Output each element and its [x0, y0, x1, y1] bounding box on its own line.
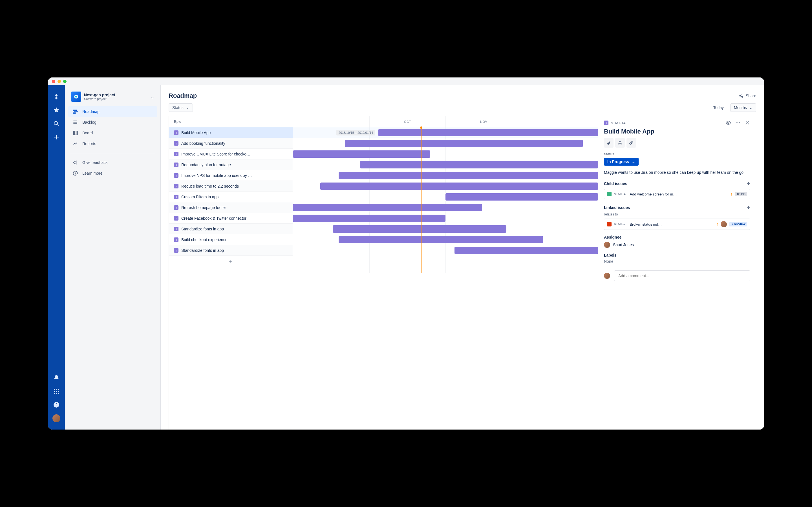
- roadmap-icon: [72, 108, 79, 115]
- window-titlebar: [48, 77, 764, 86]
- epic-bar[interactable]: [293, 204, 482, 211]
- epic-bar[interactable]: [293, 215, 446, 222]
- star-icon[interactable]: [52, 106, 60, 114]
- attach-button[interactable]: [604, 138, 613, 148]
- sidebar-item-reports[interactable]: Reports: [68, 138, 157, 149]
- issue-row[interactable]: ATMT-48Add welcome screen for m…↑TO DO: [604, 189, 750, 199]
- issue-key: ATMT-26: [614, 222, 627, 226]
- link-button[interactable]: [626, 138, 636, 148]
- epic-row[interactable]: Reduce load time to 2.2 seconds: [169, 181, 293, 191]
- labels-label: Labels: [604, 253, 616, 258]
- add-epic-button[interactable]: +: [169, 256, 293, 267]
- epic-row[interactable]: Add booking functionality: [169, 138, 293, 149]
- labels-value[interactable]: None: [604, 259, 750, 264]
- epic-bar[interactable]: [446, 193, 598, 201]
- epic-row[interactable]: Build checkout experience: [169, 234, 293, 245]
- bug-type-icon: [607, 222, 612, 226]
- chevron-down-icon: ⌄: [151, 94, 154, 100]
- create-icon[interactable]: [52, 133, 60, 141]
- sidebar-item-label: Learn more: [82, 171, 103, 175]
- search-icon[interactable]: [52, 120, 60, 128]
- notifications-icon[interactable]: [52, 374, 60, 382]
- traffic-zoom-icon[interactable]: [63, 80, 66, 83]
- epic-title: Build Mobile App: [181, 130, 211, 135]
- close-icon[interactable]: [745, 120, 750, 126]
- epic-row[interactable]: Create Facebook & Twitter connector: [169, 213, 293, 224]
- today-button[interactable]: Today: [710, 103, 727, 112]
- add-child-button[interactable]: [615, 138, 625, 148]
- watch-icon[interactable]: [725, 120, 731, 126]
- add-linked-issue-button[interactable]: +: [747, 204, 750, 211]
- status-dropdown[interactable]: In Progress ⌄: [604, 158, 639, 166]
- add-child-issue-button[interactable]: +: [747, 180, 750, 187]
- sidebar-item-board[interactable]: Board: [68, 128, 157, 138]
- svg-point-6: [58, 389, 59, 390]
- issue-summary: Add welcome screen for m…: [629, 192, 728, 196]
- epic-row[interactable]: Build Mobile App: [169, 127, 293, 138]
- epic-row[interactable]: Standardize fonts in app: [169, 224, 293, 234]
- issue-row[interactable]: ATMT-26Broken status ind…↑IN REVIEW: [604, 219, 750, 230]
- traffic-close-icon[interactable]: [52, 80, 55, 83]
- sidebar-item-label: Backlog: [82, 120, 96, 124]
- svg-point-37: [739, 122, 740, 123]
- assignee-field[interactable]: Shuri Jones: [604, 242, 750, 248]
- svg-point-11: [56, 393, 57, 394]
- epic-type-icon: [174, 152, 179, 156]
- traffic-minimize-icon[interactable]: [57, 80, 61, 83]
- sidebar-item-learn[interactable]: Learn more: [68, 168, 157, 179]
- epic-bar[interactable]: [360, 161, 598, 168]
- epic-title: Reduce load time to 2.2 seconds: [181, 184, 239, 188]
- epic-bar[interactable]: [339, 172, 598, 179]
- assignee-avatar: [604, 242, 610, 248]
- epic-bar[interactable]: [455, 247, 598, 254]
- issue-title[interactable]: Build Mobile App: [604, 128, 750, 135]
- svg-line-33: [741, 96, 742, 97]
- sidebar-item-roadmap[interactable]: Roadmap: [68, 106, 157, 117]
- project-switcher[interactable]: Next-gen project Software project ⌄: [68, 90, 157, 106]
- priority-icon: ↑: [730, 191, 733, 196]
- epic-type-icon: [174, 184, 179, 188]
- help-icon[interactable]: ?: [52, 401, 60, 409]
- app-switcher-icon[interactable]: [52, 387, 60, 395]
- epic-type-icon: [174, 173, 179, 178]
- issue-description[interactable]: Maggie wants to use Jira on mobile so sh…: [604, 170, 750, 175]
- epic-bar[interactable]: [333, 225, 507, 233]
- svg-point-5: [56, 389, 57, 390]
- range-select[interactable]: Months ⌄: [730, 103, 756, 112]
- epic-bar[interactable]: [339, 236, 543, 243]
- svg-point-9: [58, 391, 59, 392]
- epic-bar[interactable]: [293, 151, 430, 158]
- epic-row[interactable]: Improve NPS for mobile app users by …: [169, 170, 293, 181]
- assignee-name: Shuri Jones: [613, 242, 634, 247]
- epic-bar[interactable]: [378, 129, 598, 136]
- epic-title: Custom Filters in app: [181, 194, 218, 199]
- issue-key[interactable]: ATMT-14: [611, 121, 626, 125]
- epic-bar[interactable]: [320, 182, 598, 190]
- more-icon[interactable]: [735, 120, 741, 126]
- svg-point-31: [742, 97, 743, 98]
- child-issues-label: Child issues: [604, 181, 627, 186]
- epic-type-icon: [174, 227, 179, 231]
- profile-avatar[interactable]: [52, 414, 60, 422]
- linked-issues-label: Linked issues: [604, 205, 630, 210]
- epic-row[interactable]: Refresh homepage footer: [169, 202, 293, 213]
- jira-logo-icon[interactable]: [52, 93, 60, 101]
- linked-relation: relates to: [604, 212, 750, 216]
- epic-type-icon: [174, 237, 179, 242]
- svg-point-29: [742, 94, 743, 95]
- epic-bar[interactable]: [345, 140, 583, 147]
- svg-point-4: [54, 389, 55, 390]
- epic-row[interactable]: Redundancy plan for outage: [169, 159, 293, 170]
- sidebar-item-backlog[interactable]: Backlog: [68, 117, 157, 128]
- share-button[interactable]: Share: [739, 94, 756, 98]
- comment-input[interactable]: [614, 270, 750, 281]
- epic-row[interactable]: Improve UMUX Lite Score for checko…: [169, 149, 293, 159]
- epic-row[interactable]: Custom Filters in app: [169, 191, 293, 202]
- status-filter-button[interactable]: Status ⌄: [168, 103, 193, 112]
- svg-point-7: [54, 391, 55, 392]
- svg-point-16: [75, 96, 77, 98]
- sidebar-item-feedback[interactable]: Give feedback: [68, 157, 157, 168]
- today-marker: [421, 127, 421, 273]
- status-label: Status: [604, 152, 750, 156]
- epic-row[interactable]: Standardize fonts in app: [169, 245, 293, 256]
